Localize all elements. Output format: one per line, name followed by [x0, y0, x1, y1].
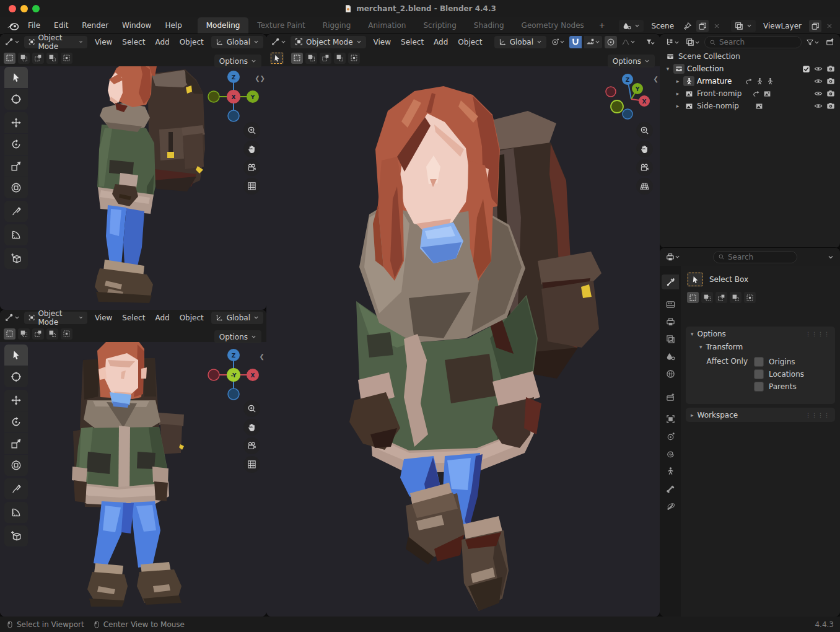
mode-selector[interactable]: Object Mode [291, 36, 366, 48]
tool-add-cube[interactable] [4, 248, 28, 269]
tool-transform[interactable] [4, 177, 28, 198]
blender-logo-icon[interactable] [5, 20, 21, 32]
transform-orientation-selector[interactable]: Global [494, 36, 546, 48]
select-mode-new[interactable] [4, 53, 15, 64]
workspace-tab[interactable]: Shading [465, 17, 513, 34]
viewport-front-canvas[interactable]: Z X -Y [0, 310, 266, 617]
select-mode-intersect[interactable] [744, 292, 756, 303]
active-tool-icon[interactable] [270, 52, 284, 64]
editor-type-button[interactable] [3, 36, 22, 48]
disclosure-collapsed-icon[interactable]: ▸ [675, 103, 681, 109]
hide-in-viewport-icon[interactable] [814, 102, 823, 110]
select-mode-invert[interactable] [46, 53, 58, 64]
select-mode-extend[interactable] [18, 53, 30, 64]
scene-name[interactable]: Scene [646, 22, 679, 30]
workspace-tab[interactable]: Modeling [198, 17, 249, 34]
options-popover-button[interactable]: Options [608, 55, 655, 68]
tool-measure[interactable] [4, 502, 28, 523]
menu-item[interactable]: Window [115, 17, 158, 34]
tool-measure[interactable] [4, 224, 28, 245]
outliner-row-collection[interactable]: ▾ Collection [660, 63, 840, 75]
pan-viewport-button[interactable] [243, 419, 260, 436]
viewport-front[interactable]: Z X -Y Object Mode ViewSelectAddObject [0, 310, 266, 617]
new-scene-button[interactable] [696, 20, 709, 32]
properties-options-icon[interactable] [826, 251, 836, 263]
proportional-editing-toggle[interactable] [605, 36, 617, 48]
zoom-viewport-button[interactable] [243, 400, 260, 417]
sidebar-toggle-icon[interactable]: ❮❯ [255, 75, 265, 82]
outliner-row-front-nomip[interactable]: ▸ Front-nomip [660, 87, 840, 100]
options-popover-button[interactable]: Options [214, 55, 261, 68]
tool-add-cube[interactable] [4, 525, 28, 546]
transform-subpanel-header[interactable]: ▾Transform [686, 341, 835, 353]
workspace-panel-header[interactable]: ▸Workspace ⋮⋮⋮⋮ [686, 408, 835, 422]
options-popover-button[interactable]: Options [214, 330, 261, 343]
viewport-menu-item[interactable]: Add [150, 314, 174, 322]
tab-bone-constraints[interactable] [662, 498, 679, 513]
viewport-side-canvas[interactable]: Z Y X [0, 34, 266, 310]
mode-selector[interactable]: Object Mode [24, 312, 87, 324]
sidebar-toggle-icon[interactable]: ❮ [260, 353, 265, 360]
select-mode-subtract[interactable] [32, 53, 44, 64]
checkbox-unchecked[interactable] [754, 369, 764, 379]
transform-orientation-selector[interactable]: Global [211, 36, 263, 48]
orthographic-toggle-button[interactable] [243, 456, 260, 473]
tab-physics[interactable] [662, 429, 679, 444]
workspace-tab[interactable]: Scripting [414, 17, 465, 34]
new-viewlayer-button[interactable] [809, 20, 821, 32]
remove-viewlayer-button[interactable] [824, 20, 835, 32]
tab-world[interactable] [662, 366, 679, 381]
proportional-falloff-selector[interactable] [619, 36, 637, 48]
viewport-menu-item[interactable]: View [90, 38, 117, 46]
tool-select-box[interactable] [4, 67, 28, 88]
tool-select-box[interactable] [4, 345, 28, 366]
outliner-row-armature[interactable]: ▸ Armature [660, 75, 840, 87]
tab-constraints[interactable] [662, 446, 679, 461]
transform-orientation-selector[interactable]: Global [211, 312, 263, 324]
zoom-viewport-button[interactable] [636, 122, 653, 139]
select-mode-subtract[interactable] [32, 328, 44, 340]
active-tool-icon[interactable] [687, 272, 703, 287]
tab-scene[interactable] [662, 349, 679, 364]
select-mode-new[interactable] [291, 53, 303, 64]
viewport-main-canvas[interactable]: Z Y X [266, 34, 660, 617]
camera-view-button[interactable] [636, 159, 653, 176]
display-mode-selector[interactable] [684, 36, 702, 48]
viewport-menu-item[interactable]: Select [396, 38, 429, 46]
new-collection-button[interactable] [824, 36, 836, 48]
checkbox-checked-icon[interactable] [802, 65, 810, 73]
select-mode-intersect[interactable] [61, 53, 72, 64]
orthographic-toggle-button[interactable] [243, 178, 260, 195]
viewlayer-name[interactable]: ViewLayer [758, 22, 807, 30]
viewport-menu-item[interactable]: Add [150, 38, 174, 46]
disclosure-collapsed-icon[interactable]: ▸ [675, 78, 681, 84]
tab-output[interactable] [662, 314, 679, 329]
disable-in-renders-icon[interactable] [826, 102, 835, 110]
viewport-menu-item[interactable]: View [369, 38, 396, 46]
workspace-tab[interactable]: Animation [359, 17, 414, 34]
select-mode-intersect[interactable] [61, 328, 72, 340]
viewport-menu-item[interactable]: Object [175, 38, 209, 46]
select-mode-new[interactable] [4, 328, 15, 340]
snap-toggle[interactable] [569, 36, 582, 48]
tool-annotate[interactable] [4, 201, 28, 222]
disable-in-renders-icon[interactable] [826, 64, 835, 73]
header-overflow-menu[interactable] [644, 36, 657, 48]
outliner-row-scene-collection[interactable]: Scene Collection [660, 50, 840, 63]
viewport-menu-item[interactable]: Object [175, 314, 209, 322]
disclosure-expanded-icon[interactable]: ▾ [665, 66, 671, 72]
checkbox-row[interactable]: Parents [754, 380, 804, 393]
checkbox-row[interactable]: Origins [754, 356, 804, 368]
zoom-viewport-button[interactable] [243, 122, 260, 139]
disable-in-renders-icon[interactable] [826, 89, 835, 98]
pan-viewport-button[interactable] [636, 141, 653, 157]
disclosure-collapsed-icon[interactable]: ▸ [675, 90, 681, 97]
viewport-menu-item[interactable]: Select [117, 314, 150, 322]
select-mode-extend[interactable] [305, 53, 317, 64]
filter-button[interactable] [804, 36, 821, 48]
select-mode-extend[interactable] [18, 328, 30, 340]
workspace-tab[interactable]: Rigging [314, 17, 359, 34]
hide-in-viewport-icon[interactable] [814, 77, 823, 86]
pivot-point-selector[interactable] [549, 36, 567, 48]
menu-item[interactable]: Render [75, 17, 115, 34]
